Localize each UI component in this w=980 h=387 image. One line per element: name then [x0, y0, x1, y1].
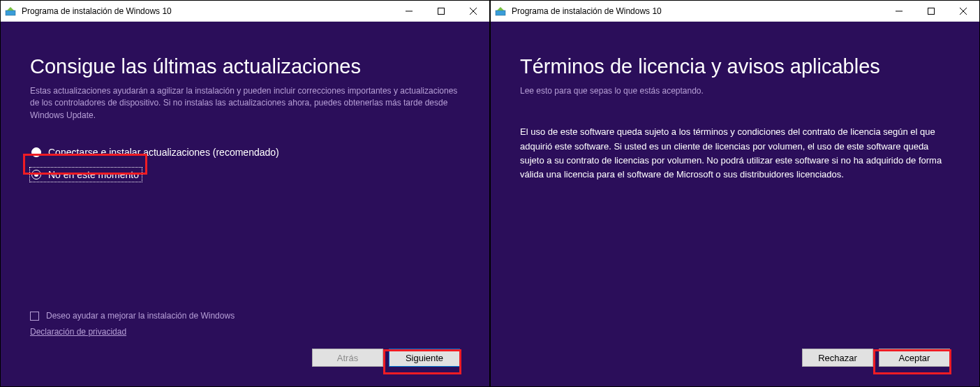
- svg-rect-9: [928, 8, 935, 14]
- client-area: Términos de licencia y avisos aplicables…: [491, 22, 979, 386]
- svg-rect-0: [6, 10, 15, 15]
- option-not-now[interactable]: No en este momento: [30, 168, 142, 182]
- accept-button[interactable]: Aceptar: [879, 349, 950, 367]
- radio-icon: [31, 170, 41, 180]
- radio-icon: [31, 147, 41, 157]
- option-label: No en este momento: [48, 169, 139, 180]
- titlebar: Programa de instalación de Windows 10: [1, 1, 489, 22]
- page-subtitle: Estas actualizaciones ayudarán a agiliza…: [30, 85, 460, 122]
- footer-area: Rechazar Aceptar: [520, 337, 950, 370]
- maximize-button[interactable]: [915, 1, 947, 21]
- app-icon: [495, 6, 506, 17]
- reject-button[interactable]: Rechazar: [802, 349, 873, 367]
- titlebar: Programa de instalación de Windows 10: [491, 1, 979, 22]
- option-install-updates[interactable]: Conectarse e instalar actualizaciones (r…: [30, 145, 282, 159]
- window-controls: [393, 1, 489, 21]
- checkbox-icon: [30, 312, 39, 321]
- option-label: Conectarse e instalar actualizaciones (r…: [48, 147, 279, 158]
- privacy-link[interactable]: Declaración de privacidad: [30, 327, 126, 337]
- help-improve-label: Deseo ayudar a mejorar la instalación de…: [46, 311, 235, 321]
- update-options: Conectarse e instalar actualizaciones (r…: [30, 141, 460, 186]
- footer-area: Deseo ayudar a mejorar la instalación de…: [30, 311, 460, 370]
- app-icon: [5, 6, 16, 17]
- help-improve-row[interactable]: Deseo ayudar a mejorar la instalación de…: [30, 311, 460, 321]
- page-subtitle: Lee esto para que sepas lo que estás ace…: [520, 85, 950, 97]
- close-button[interactable]: [457, 1, 489, 21]
- maximize-button[interactable]: [425, 1, 457, 21]
- window-controls: [883, 1, 979, 21]
- client-area: Consigue las últimas actualizaciones Est…: [1, 22, 489, 386]
- window-title: Programa de instalación de Windows 10: [22, 6, 393, 16]
- window-title: Programa de instalación de Windows 10: [512, 6, 883, 16]
- minimize-button[interactable]: [883, 1, 915, 21]
- updates-window: Programa de instalación de Windows 10 Co…: [0, 0, 490, 387]
- nav-buttons: Atrás Siguiente: [30, 349, 460, 367]
- license-text: El uso de este software queda sujeto a l…: [520, 125, 950, 182]
- minimize-button[interactable]: [393, 1, 425, 21]
- close-button[interactable]: [947, 1, 979, 21]
- nav-buttons: Rechazar Aceptar: [520, 349, 950, 367]
- next-button[interactable]: Siguiente: [389, 349, 460, 367]
- back-button: Atrás: [312, 349, 383, 367]
- license-window: Programa de instalación de Windows 10 Té…: [490, 0, 980, 387]
- page-title: Términos de licencia y avisos aplicables: [520, 55, 950, 78]
- svg-rect-6: [496, 10, 505, 15]
- svg-rect-3: [438, 8, 445, 14]
- page-title: Consigue las últimas actualizaciones: [30, 55, 460, 78]
